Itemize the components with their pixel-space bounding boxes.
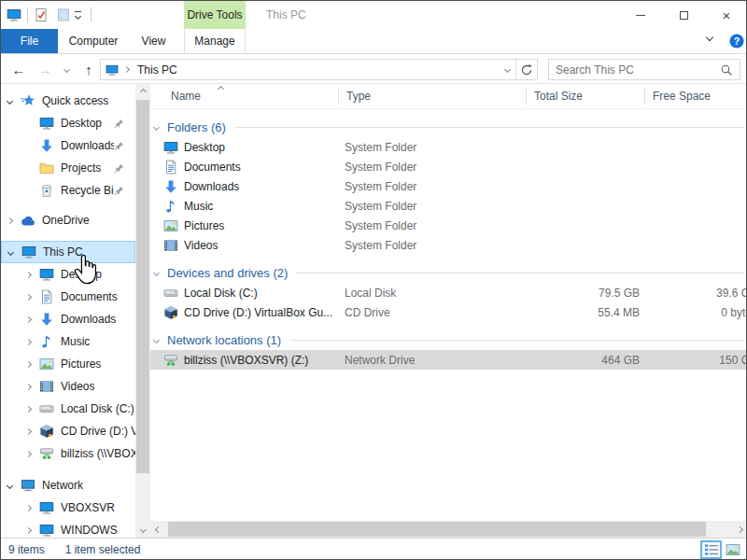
help-icon[interactable] — [729, 34, 744, 49]
breadcrumb[interactable]: This PC — [137, 63, 177, 77]
chevron-right-icon[interactable] — [7, 217, 13, 223]
scroll-left-icon[interactable] — [150, 521, 166, 538]
chevron-right-icon[interactable] — [25, 504, 32, 511]
scroll-right-icon[interactable] — [732, 521, 747, 538]
chevron-down-icon[interactable] — [153, 336, 160, 343]
scroll-down-icon[interactable] — [135, 522, 150, 538]
network-icon — [21, 478, 35, 493]
explorer-body: Quick access Desktop Downloads Projects — [1, 84, 747, 538]
chevron-right-icon[interactable] — [25, 293, 32, 300]
sidebar-item-cd-drive-d[interactable]: CD Drive (D:) Vir — [1, 420, 135, 442]
sidebar-item-this-pc[interactable]: This PC — [1, 241, 135, 263]
file-row-pictures[interactable]: Pictures System Folder — [150, 216, 747, 235]
sidebar-item-videos[interactable]: Videos — [1, 375, 135, 398]
quick-access-toolbar — [7, 5, 97, 25]
sidebar-item-quick-access[interactable]: Quick access — [1, 90, 135, 112]
new-item-icon[interactable] — [56, 7, 71, 22]
address-dropdown-icon[interactable] — [499, 60, 515, 79]
breadcrumb-chevron-icon[interactable] — [123, 66, 130, 73]
tab-view[interactable]: View — [129, 29, 178, 53]
tab-file[interactable]: File — [1, 29, 58, 53]
drive-tools-contextual-tab[interactable]: Drive Tools — [184, 1, 246, 29]
pin-icon — [114, 119, 124, 129]
chevron-down-icon[interactable] — [153, 269, 160, 275]
chevron-down-icon[interactable] — [7, 482, 13, 488]
column-header-total-size[interactable]: Total Size — [527, 84, 645, 108]
sidebar-item-billziss-drive[interactable]: billziss (\\VBOXS — [1, 442, 135, 465]
sidebar-item-pictures[interactable]: Pictures — [1, 353, 135, 375]
sidebar-item-downloads[interactable]: Downloads — [1, 308, 135, 330]
pin-icon — [114, 163, 124, 174]
file-row-downloads[interactable]: Downloads System Folder — [150, 176, 747, 196]
chevron-down-icon[interactable] — [153, 123, 160, 130]
refresh-button[interactable] — [516, 60, 537, 79]
scroll-up-icon[interactable] — [135, 84, 150, 100]
chevron-right-icon[interactable] — [25, 360, 32, 367]
horizontal-scrollbar[interactable] — [150, 521, 747, 538]
address-bar[interactable]: This PC — [100, 59, 538, 80]
maximize-icon — [680, 11, 688, 20]
column-header-name[interactable]: Name — [150, 84, 339, 108]
tab-computer[interactable]: Computer — [60, 29, 127, 53]
recent-locations-dropdown[interactable] — [59, 54, 74, 84]
group-header-network-locations[interactable]: Network locations (1) — [150, 329, 744, 350]
chevron-right-icon[interactable] — [25, 405, 32, 412]
sidebar-item-documents[interactable]: Documents — [1, 286, 135, 308]
chevron-right-icon[interactable] — [25, 383, 32, 389]
file-row-cd-drive-d[interactable]: CD Drive (D:) VirtualBox Gu... CD Drive … — [150, 302, 747, 322]
chevron-right-icon[interactable] — [25, 338, 32, 344]
sidebar-item-desktop[interactable]: Desktop — [1, 263, 135, 286]
forward-button[interactable]: → — [33, 54, 57, 84]
column-header-type[interactable]: Type — [339, 84, 527, 108]
file-row-desktop[interactable]: Desktop System Folder — [150, 137, 747, 157]
sidebar-item-windows[interactable]: WINDOWS — [1, 519, 135, 538]
scrollbar-thumb[interactable] — [168, 522, 706, 537]
group-header-folders[interactable]: Folders (6) — [150, 117, 744, 137]
search-icon[interactable] — [720, 63, 733, 77]
qat-customize-dropdown[interactable] — [75, 11, 81, 19]
large-icons-view-button[interactable] — [722, 540, 743, 559]
sidebar-item-onedrive[interactable]: OneDrive — [1, 209, 135, 231]
scrollbar-thumb[interactable] — [136, 100, 149, 473]
up-button[interactable]: ↑ — [78, 54, 100, 84]
minimize-icon — [636, 15, 645, 16]
close-icon: × — [723, 8, 731, 22]
chevron-down-icon[interactable] — [7, 248, 14, 255]
search-input[interactable] — [549, 63, 713, 77]
chevron-right-icon[interactable] — [25, 526, 32, 533]
sidebar-item-music[interactable]: Music — [1, 330, 135, 353]
file-row-local-disk-c[interactable]: Local Disk (C:) Local Disk 79.5 GB 39.6 … — [150, 283, 747, 302]
chevron-right-icon[interactable] — [25, 450, 32, 456]
properties-icon[interactable] — [34, 7, 49, 22]
chevron-down-icon[interactable] — [7, 97, 13, 104]
sidebar-item-desktop-pinned[interactable]: Desktop — [1, 112, 135, 134]
file-row-music[interactable]: Music System Folder — [150, 196, 747, 216]
sidebar-item-recycle-bin[interactable]: Recycle Bin — [1, 179, 135, 202]
navigation-pane: Quick access Desktop Downloads Projects — [1, 84, 135, 538]
back-button[interactable]: ← — [7, 54, 31, 84]
file-row-documents[interactable]: Documents System Folder — [150, 157, 747, 176]
chevron-right-icon[interactable] — [25, 427, 32, 434]
file-row-billziss-selected[interactable]: billziss (\\VBOXSVR) (Z:) Network Drive … — [150, 350, 747, 370]
group-header-devices[interactable]: Devices and drives (2) — [150, 262, 744, 283]
column-header-free-space[interactable]: Free Space — [645, 84, 747, 108]
column-header-row: Name Type Total Size Free Space — [150, 84, 747, 109]
file-row-videos[interactable]: Videos System Folder — [150, 235, 747, 255]
pictures-icon — [163, 218, 178, 233]
sidebar-item-downloads-pinned[interactable]: Downloads — [1, 134, 135, 157]
sidebar-item-network[interactable]: Network — [1, 474, 135, 497]
maximize-button[interactable] — [662, 1, 705, 29]
chevron-right-icon[interactable] — [25, 315, 32, 322]
selection-count: 1 item selected — [65, 543, 141, 556]
minimize-button[interactable] — [619, 1, 662, 29]
close-button[interactable]: × — [705, 1, 747, 29]
details-view-button[interactable] — [700, 540, 722, 559]
sidebar-item-local-disk-c[interactable]: Local Disk (C:) — [1, 398, 135, 420]
chevron-right-icon[interactable] — [25, 271, 32, 277]
sidebar-item-vboxsvr[interactable]: VBOXSVR — [1, 497, 135, 519]
sidebar-scrollbar[interactable] — [135, 84, 150, 538]
computer-icon — [39, 523, 54, 538]
this-pc-icon[interactable] — [7, 7, 21, 22]
sidebar-item-projects[interactable]: Projects — [1, 157, 135, 179]
tab-manage[interactable]: Manage — [184, 29, 246, 53]
